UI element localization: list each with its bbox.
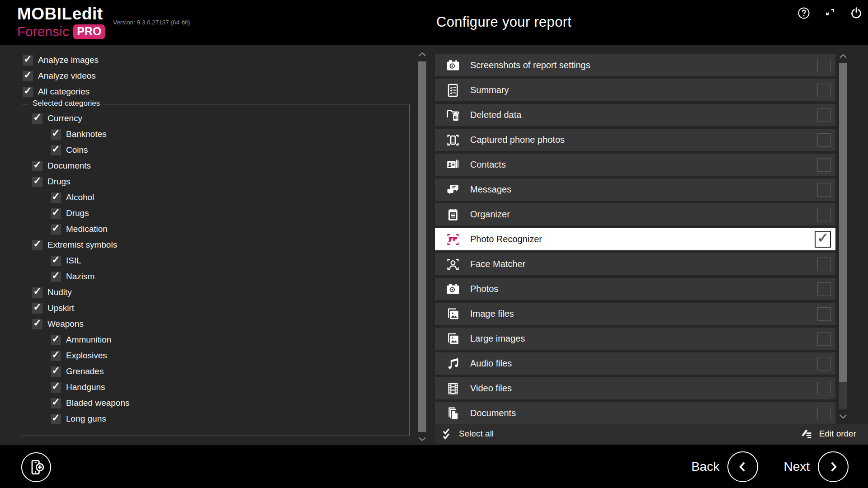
chevron-right-icon[interactable] (818, 451, 849, 482)
add-phone-button[interactable] (21, 452, 51, 482)
report-section-row[interactable]: Photos ✓ (435, 278, 835, 300)
section-checkbox[interactable]: ✓ (817, 258, 831, 271)
checkbox[interactable]: ✓ (51, 414, 61, 424)
category-item[interactable]: ✓ Drugs (22, 206, 409, 220)
scrollbar-thumb[interactable] (418, 61, 426, 432)
check-icon: ✓ (33, 176, 41, 185)
next-button[interactable]: Next (783, 451, 849, 482)
footer-bar: Back Next (0, 445, 868, 488)
category-item[interactable]: ✓ Banknotes (22, 127, 409, 141)
section-checkbox[interactable]: ✓ (817, 183, 831, 197)
category-item[interactable]: ✓ Extremist symbols (22, 238, 409, 252)
chevron-up-icon[interactable] (418, 51, 426, 58)
report-section-row[interactable]: Screenshots of report settings ✓ (435, 54, 835, 76)
section-checkbox[interactable]: ✓ (817, 332, 831, 346)
chevron-left-icon[interactable] (727, 451, 758, 482)
report-section-row[interactable]: Deleted data ✓ (435, 104, 835, 126)
report-section-row[interactable]: Documents ✓ (435, 402, 835, 424)
checkbox[interactable]: ✓ (51, 145, 61, 155)
checkbox[interactable]: ✓ (32, 287, 42, 298)
wizard-navigation: Back Next (691, 445, 849, 488)
report-section-row[interactable]: Captured phone photos ✓ (435, 129, 835, 151)
select-all-button[interactable]: Select all (440, 427, 494, 440)
section-checkbox[interactable]: ✓ (817, 133, 831, 147)
checkbox[interactable]: ✓ (51, 366, 61, 377)
section-checkbox[interactable]: ✓ (817, 84, 831, 97)
category-item[interactable]: ✓ Currency (22, 112, 409, 125)
report-section-row[interactable]: Audio files ✓ (435, 352, 835, 375)
section-checkbox[interactable]: ✓ (817, 282, 831, 296)
section-checkbox[interactable]: ✓ (817, 108, 831, 122)
category-item[interactable]: ✓ Grenades (22, 365, 409, 378)
category-item[interactable]: ✓ Documents (22, 159, 409, 173)
checkbox[interactable]: ✓ (51, 129, 61, 140)
category-item[interactable]: ✓ Long guns (22, 412, 409, 426)
scrollbar-track[interactable] (839, 63, 847, 409)
checkbox[interactable]: ✓ (51, 382, 61, 393)
checkbox[interactable]: ✓ (51, 272, 61, 282)
checkbox[interactable]: ✓ (51, 256, 61, 266)
report-section-row[interactable]: Face Matcher ✓ (435, 253, 835, 275)
checkbox[interactable]: ✓ (23, 87, 33, 97)
chevron-down-icon[interactable] (418, 436, 426, 443)
back-button[interactable]: Back (691, 451, 758, 482)
checkbox[interactable]: ✓ (51, 192, 61, 203)
checkbox[interactable]: ✓ (51, 351, 61, 361)
category-item[interactable]: ✓ Weapons (22, 317, 409, 331)
checkbox[interactable]: ✓ (51, 224, 61, 235)
category-item[interactable]: ✓ Ammunition (22, 333, 409, 347)
dock-window-icon[interactable] (823, 6, 837, 20)
section-checkbox[interactable]: ✓ (817, 382, 831, 395)
checkbox-label: Explosives (66, 351, 107, 361)
checkbox[interactable]: ✓ (32, 177, 42, 187)
category-item[interactable]: ✓ Handguns (22, 380, 409, 394)
category-item[interactable]: ✓ Nazism (22, 270, 409, 283)
chevron-up-icon[interactable] (839, 52, 847, 60)
report-section-row[interactable]: Organizer ✓ (435, 203, 835, 225)
report-section-row[interactable]: Large images ✓ (435, 328, 835, 350)
checkbox[interactable]: ✓ (51, 398, 61, 408)
category-item[interactable]: ✓ Medication (22, 222, 409, 236)
edit-order-button[interactable]: Edit order (801, 427, 856, 440)
report-section-row[interactable]: Image files ✓ (435, 303, 835, 325)
report-section-label: Documents (470, 408, 516, 418)
scrollbar-thumb[interactable] (839, 63, 847, 382)
double-check-icon (440, 427, 453, 440)
checkbox[interactable]: ✓ (32, 113, 42, 124)
report-section-row[interactable]: Contacts ✓ (435, 154, 835, 176)
checkbox[interactable]: ✓ (51, 335, 61, 345)
category-item[interactable]: ✓ Alcohol (22, 191, 409, 204)
checkbox[interactable]: ✓ (32, 240, 42, 250)
category-item[interactable]: ✓ ISIL (22, 254, 409, 267)
category-item[interactable]: ✓ Explosives (22, 349, 409, 362)
checkbox[interactable]: ✓ (23, 71, 33, 81)
report-section-row[interactable]: Photo Recognizer ✓ (435, 228, 835, 250)
category-item[interactable]: ✓ Nudity (22, 286, 409, 299)
category-item[interactable]: ✓ Bladed weapons (22, 396, 409, 410)
category-item[interactable]: ✓ Upskirt (22, 301, 409, 315)
section-checkbox[interactable]: ✓ (817, 407, 831, 420)
section-checkbox[interactable]: ✓ (817, 357, 831, 371)
report-section-row[interactable]: Messages ✓ (435, 178, 835, 201)
section-checkbox[interactable]: ✓ (817, 208, 831, 221)
checkbox[interactable]: ✓ (32, 303, 42, 314)
checkbox[interactable]: ✓ (32, 319, 42, 329)
category-item[interactable]: ✓ Drugs (22, 175, 409, 188)
checkbox-item[interactable]: ✓ All categories (23, 85, 99, 99)
checkbox[interactable]: ✓ (51, 208, 61, 219)
report-section-row[interactable]: Summary ✓ (435, 79, 835, 101)
section-checkbox[interactable]: ✓ (817, 158, 831, 172)
report-section-row[interactable]: Video files ✓ (435, 377, 835, 399)
chevron-down-icon[interactable] (839, 413, 847, 420)
section-checkbox[interactable]: ✓ (817, 59, 831, 72)
checkbox-item[interactable]: ✓ Analyze images (23, 53, 99, 67)
power-icon[interactable] (849, 6, 863, 20)
scrollbar-track[interactable] (418, 61, 426, 432)
section-checkbox[interactable]: ✓ (817, 307, 831, 321)
section-checkbox[interactable]: ✓ (815, 231, 831, 248)
checkbox[interactable]: ✓ (23, 55, 33, 66)
checkbox-item[interactable]: ✓ Analyze videos (23, 69, 99, 83)
checkbox[interactable]: ✓ (32, 161, 42, 171)
category-item[interactable]: ✓ Coins (22, 143, 409, 157)
help-icon[interactable] (797, 6, 811, 20)
